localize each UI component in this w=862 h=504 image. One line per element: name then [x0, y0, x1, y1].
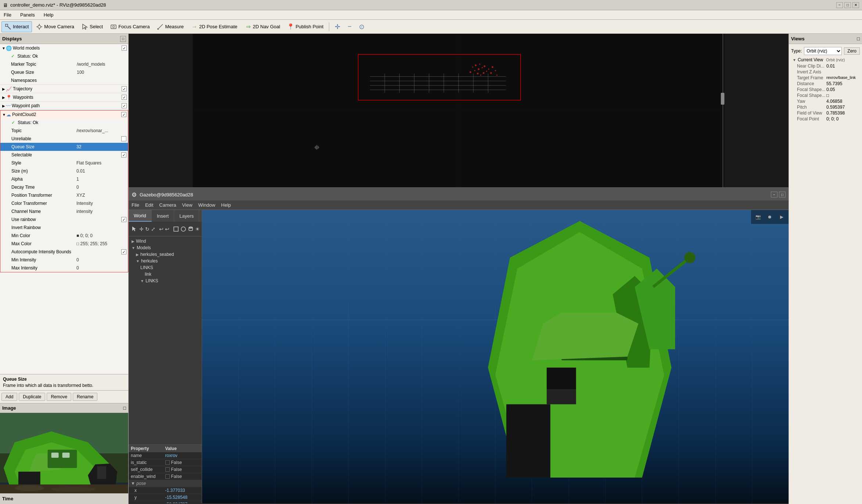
tab-insert[interactable]: Insert [152, 210, 175, 222]
view-prop-pitch[interactable]: Pitch 0.595397 [790, 104, 861, 110]
gz-prop-z[interactable]: z -50.834737 [129, 501, 202, 503]
gazebo-menu-view[interactable]: View [182, 202, 193, 208]
display-row-autocompute[interactable]: Autocompute Intensity Bounds [0, 248, 128, 256]
minimize-button[interactable]: − [836, 2, 843, 8]
display-row-unreliable[interactable]: Unreliable [0, 135, 128, 143]
display-row-decay-time[interactable]: Decay Time 0 [0, 183, 128, 191]
display-row-marker-topic[interactable]: Marker Topic /world_models [0, 60, 128, 68]
rviz-viewport[interactable] [129, 34, 789, 188]
gz-tree-herkules-seabed[interactable]: ▶ herkules_seabed [130, 251, 200, 258]
display-row-style[interactable]: Style Flat Squares [0, 159, 128, 167]
tab-layers[interactable]: Layers [174, 210, 199, 222]
view-prop-invert-z[interactable]: Invert Z Axis [790, 69, 861, 75]
display-row-selectable[interactable]: Selectable [0, 151, 128, 159]
gazebo-3d-viewport[interactable]: 📷 ⏺ ▶ [202, 210, 789, 503]
gz-box[interactable] [173, 224, 179, 235]
gazebo-maximize[interactable]: □ [779, 192, 786, 197]
gz-select-tool[interactable] [131, 224, 138, 235]
remove-button[interactable]: Remove [47, 393, 71, 401]
display-row-min-intensity[interactable]: Min Intensity 0 [0, 256, 128, 264]
gazebo-menu-edit[interactable]: Edit [145, 202, 153, 208]
display-row-waypoints[interactable]: ▶ 📍 Waypoints [0, 93, 128, 101]
gz-prop-is-static[interactable]: is_static False [129, 459, 202, 466]
display-row-world-models[interactable]: ▼ 🌐 World models [0, 44, 128, 52]
display-row-max-color[interactable]: Max Color □ 255; 255; 255 [0, 240, 128, 248]
gz-tree-wind[interactable]: ▶ Wind [130, 238, 200, 244]
display-row-waypoint-path[interactable]: ▶ 〰 Waypoint path [0, 102, 128, 110]
close-button[interactable]: ✕ [852, 2, 859, 8]
gz-sphere[interactable] [180, 224, 187, 235]
displays-collapse-button[interactable]: □ [120, 36, 126, 42]
gz-prop-self-collide[interactable]: self_collide False [129, 466, 202, 473]
gz-scale-tool[interactable]: ⤢ [151, 224, 156, 235]
view-prop-yaw[interactable]: Yaw 4.06858 [790, 98, 861, 104]
gz-undo2[interactable]: ↩ [165, 224, 170, 235]
use-rainbow-checkbox[interactable] [121, 217, 126, 222]
autocompute-checkbox[interactable] [121, 249, 126, 254]
gazebo-minimize[interactable]: − [771, 192, 777, 197]
gz-screenshot[interactable]: 📷 [753, 211, 764, 222]
gazebo-menu-camera[interactable]: Camera [159, 202, 176, 208]
display-row-color-transformer[interactable]: Color Transformer Intensity [0, 199, 128, 207]
view-prop-focal-shape-2[interactable]: Focal Shape... □ [790, 93, 861, 98]
gz-record[interactable]: ⏺ [764, 211, 775, 222]
gazebo-menu-window[interactable]: Window [198, 202, 215, 208]
menu-file[interactable]: File [1, 11, 14, 18]
rename-button[interactable]: Rename [73, 393, 97, 401]
gz-tree-links-1[interactable]: LINKS [130, 264, 200, 271]
view-prop-target-frame[interactable]: Target Frame rexrov/base_link [790, 75, 861, 81]
gz-prop-pose[interactable]: ▼ pose [129, 480, 202, 487]
gz-rotate-tool[interactable]: ↻ [145, 224, 150, 235]
gz-tree-models[interactable]: ▼ Models [130, 244, 200, 251]
select-button[interactable]: Select [78, 21, 106, 32]
display-row-pointcloud2[interactable]: ▼ ☁ PointCloud2 [0, 110, 128, 119]
display-row-invert-rainbow[interactable]: Invert Rainbow [0, 224, 128, 232]
view-prop-focal-point[interactable]: Focal Point 0; 0; 0 [790, 116, 861, 122]
measure-button[interactable]: Measure [154, 21, 187, 32]
gz-undo[interactable]: ↩ [159, 224, 164, 235]
views-type-select[interactable]: Orbit (rviz) [804, 47, 842, 55]
is-static-checkbox[interactable] [165, 460, 170, 465]
selectable-checkbox[interactable] [121, 152, 126, 157]
focus-camera-button[interactable]: Focus Camera [107, 21, 153, 32]
gz-cylinder[interactable] [187, 224, 194, 235]
views-zero-button[interactable]: Zero [844, 47, 860, 55]
display-row-status-ok-wm[interactable]: ✓ Status: Ok [0, 52, 128, 60]
display-row-channel-name[interactable]: Channel Name intensity [0, 207, 128, 215]
duplicate-button[interactable]: Duplicate [19, 393, 45, 401]
view-prop-fov[interactable]: Field of View 0.785398 [790, 110, 861, 116]
views-collapse-button[interactable]: □ [857, 36, 860, 41]
display-row-queue-size-wm[interactable]: Queue Size 100 [0, 68, 128, 76]
pointcloud2-checkbox[interactable] [121, 112, 126, 117]
display-row-queue-size-pc[interactable]: Queue Size 32 [0, 143, 128, 151]
tool-minus[interactable]: − [344, 21, 355, 32]
display-row-status-ok-pc[interactable]: ✓ Status: Ok [0, 119, 128, 127]
image-collapse-button[interactable]: □ [123, 405, 126, 411]
tool-plus[interactable]: ✛ [331, 21, 344, 32]
gz-prop-x[interactable]: x -1.377033 [129, 487, 202, 494]
move-camera-button[interactable]: Move Camera [33, 21, 78, 32]
publish-point-button[interactable]: 📍 Publish Point [284, 21, 327, 32]
gz-prop-name[interactable]: name roxrov [129, 452, 202, 459]
gz-prop-enable-wind[interactable]: enable_wind False [129, 473, 202, 480]
maximize-button[interactable]: □ [844, 2, 851, 8]
pose-estimate-button[interactable]: → 2D Pose Estimate [188, 21, 241, 32]
display-row-size[interactable]: Size (m) 0.01 [0, 167, 128, 175]
tool-circle[interactable]: ⊙ [356, 21, 368, 32]
view-prop-distance[interactable]: Distance 55.7395 [790, 81, 861, 87]
gazebo-menu-help[interactable]: Help [221, 202, 231, 208]
self-collide-checkbox[interactable] [165, 467, 170, 472]
gz-move-tool[interactable]: ✛ [139, 224, 144, 235]
trajectory-checkbox[interactable] [122, 86, 127, 91]
unreliable-checkbox[interactable] [121, 136, 126, 141]
enable-wind-checkbox[interactable] [165, 474, 170, 479]
display-row-use-rainbow[interactable]: Use rainbow [0, 215, 128, 224]
nav-goal-button[interactable]: ⇒ 2D Nav Goal [241, 21, 283, 32]
display-row-min-color[interactable]: Min Color ■ 0; 0; 0 [0, 232, 128, 240]
tab-world[interactable]: World [129, 210, 152, 222]
menu-help[interactable]: Help [42, 11, 56, 18]
view-current-view[interactable]: ▼ Current View Orbit (rviz) [790, 57, 861, 63]
gz-play[interactable]: ▶ [776, 211, 787, 222]
gz-tree-herkules[interactable]: ▼ herkules [130, 258, 200, 264]
gz-tree-links-2[interactable]: ▼ LINKS [130, 278, 200, 284]
